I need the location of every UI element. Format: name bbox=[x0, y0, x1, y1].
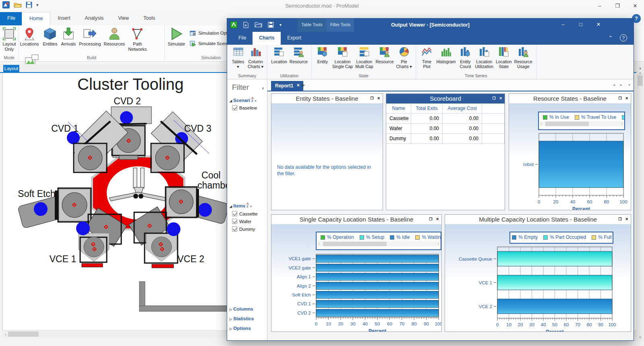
location-utilization-button[interactable]: LocationUtilization bbox=[474, 46, 495, 69]
section-columns[interactable]: ▷ Columns bbox=[230, 307, 253, 311]
restore-button[interactable]: ❐ bbox=[609, 0, 626, 11]
tab-nav-right-icon[interactable]: ► bbox=[619, 83, 623, 87]
locations-button[interactable]: Locations bbox=[19, 25, 40, 47]
entities-button[interactable]: Entities bbox=[41, 25, 58, 47]
section-items[interactable]: ◢ Items AZ ▾ bbox=[230, 202, 252, 208]
location-button[interactable]: Location bbox=[270, 46, 288, 64]
tab-overflow-icon[interactable]: ▾ bbox=[628, 83, 630, 87]
hscroll-left-icon[interactable]: ‹ bbox=[3, 331, 8, 337]
panel-maximize-icon[interactable]: ❐ bbox=[618, 217, 621, 221]
add-report-tab-icon[interactable]: + bbox=[301, 82, 305, 89]
legend-scroll-left-icon[interactable]: ‹ bbox=[318, 241, 319, 246]
ov-help-icon[interactable]: ? bbox=[620, 34, 627, 41]
location-state-button[interactable]: LocationState bbox=[495, 46, 513, 69]
close-button[interactable]: ✕ bbox=[626, 0, 644, 11]
tab-file[interactable]: File bbox=[0, 12, 22, 25]
entity-panel-header[interactable]: Entity States - Baseline ❐✕ bbox=[271, 94, 383, 104]
minimize-button[interactable]: – bbox=[591, 0, 609, 11]
filter-checkbox-cassette[interactable]: Cassette bbox=[232, 211, 257, 216]
bar-robot[interactable] bbox=[539, 141, 623, 188]
bar-soft-etch[interactable] bbox=[316, 291, 439, 298]
panel-maximize-icon[interactable]: ❐ bbox=[492, 96, 495, 100]
panel-maximize-icon[interactable]: ❐ bbox=[370, 96, 373, 100]
arrivals-button[interactable]: Arrivals bbox=[60, 25, 77, 47]
panel-close-icon[interactable]: ✕ bbox=[377, 96, 380, 100]
filter-checkbox-dummy[interactable]: Dummy bbox=[232, 226, 255, 232]
tab-tools[interactable]: Tools bbox=[136, 12, 162, 25]
time-plot-button[interactable]: TimePlot bbox=[418, 46, 435, 69]
vscroll-down-icon[interactable]: ˅ bbox=[636, 334, 644, 340]
resource-panel-header[interactable]: Resource States - Baseline ❐✕ bbox=[509, 94, 631, 104]
path-networks-button[interactable]: Path Networks bbox=[127, 25, 148, 52]
table-row[interactable]: Cassette0.000.00 bbox=[386, 114, 505, 124]
section-expand-icon[interactable]: ◢ bbox=[230, 99, 232, 103]
sort-filter-icon[interactable]: AZ bbox=[247, 202, 249, 208]
bar-vce2-gate[interactable] bbox=[316, 264, 439, 271]
tables-button[interactable]: Tables▾ bbox=[230, 46, 246, 69]
column-charts-button[interactable]: ColumnCharts ▾ bbox=[246, 46, 265, 69]
legend-scroll-thumb[interactable] bbox=[323, 242, 387, 246]
location-single-cap-button[interactable]: LocationSingle Cap bbox=[331, 46, 354, 69]
multi-cap-header[interactable]: Multiple Capacity Location States - Base… bbox=[445, 215, 631, 224]
layout-only-button[interactable]: Layout Only bbox=[0, 25, 19, 52]
ov-tab-export[interactable]: Export bbox=[281, 32, 308, 45]
legend-scroll-right-icon[interactable]: › bbox=[438, 241, 439, 246]
checkbox-baseline[interactable] bbox=[232, 105, 237, 110]
resource-usage-button[interactable]: ResourceUsage bbox=[513, 46, 534, 69]
pie-charts-button[interactable]: PieCharts ▾ bbox=[395, 46, 413, 69]
resource-button[interactable]: Resource bbox=[375, 46, 395, 64]
hscroll-thumb[interactable] bbox=[8, 331, 39, 337]
location-multi-cap-button[interactable]: LocationMulti Cap bbox=[354, 46, 374, 69]
column-header-average-cost[interactable]: Average Cost bbox=[443, 104, 482, 113]
scoreboard-header[interactable]: Scoreboard ❐✕ bbox=[386, 94, 505, 104]
bar-align-1[interactable] bbox=[316, 273, 439, 280]
entity-count-button[interactable]: EntityCount bbox=[457, 46, 474, 69]
sort-dropdown-icon[interactable]: ▾ bbox=[255, 99, 256, 103]
ov-close-button[interactable]: ✕ bbox=[590, 19, 607, 30]
single-cap-header[interactable]: Single Capacity Location States - Baseli… bbox=[271, 215, 441, 224]
resources-button[interactable]: Resources bbox=[104, 25, 125, 47]
vscroll-thumb[interactable] bbox=[638, 75, 643, 86]
legend-scrollbar[interactable]: ‹› bbox=[540, 121, 623, 126]
simulate-button[interactable]: Simulate bbox=[165, 25, 188, 47]
resource-button[interactable]: Resource bbox=[288, 46, 309, 64]
filter-collapse-icon[interactable]: ‹ bbox=[262, 85, 264, 91]
table-row[interactable]: Dummy0.000.00 bbox=[386, 134, 505, 144]
tab-view[interactable]: View bbox=[111, 12, 136, 25]
filter-checkbox-wafer[interactable]: Wafer bbox=[232, 219, 251, 224]
panel-close-icon[interactable]: ✕ bbox=[436, 217, 439, 221]
section-expand-icon[interactable]: ◢ bbox=[230, 205, 232, 208]
bar-cvd-2[interactable] bbox=[316, 309, 439, 317]
column-header-name[interactable]: Name bbox=[386, 104, 411, 113]
panel-close-icon[interactable]: ✕ bbox=[625, 96, 628, 100]
sort-filter-icon[interactable]: AZ bbox=[251, 97, 253, 102]
ov-minimize-button[interactable]: – bbox=[554, 19, 572, 30]
tab-insert[interactable]: Insert bbox=[50, 12, 77, 25]
bar-align-2[interactable] bbox=[316, 282, 439, 290]
panel-maximize-icon[interactable]: ❐ bbox=[429, 217, 432, 221]
section-scenarios[interactable]: ◢ Scenari AZ ▾ bbox=[230, 97, 256, 103]
bar-cvd-1[interactable] bbox=[316, 300, 439, 307]
tab-analysis[interactable]: Analysis bbox=[78, 12, 111, 25]
filter-checkbox-baseline[interactable]: Baseline bbox=[232, 105, 257, 110]
section-statistics[interactable]: ▷ Statistics bbox=[230, 316, 254, 321]
column-header-total-exits[interactable]: Total Exits bbox=[411, 104, 443, 113]
panel-close-icon[interactable]: ✕ bbox=[499, 96, 502, 100]
bar-vce-1[interactable] bbox=[497, 275, 612, 290]
legend-scroll-right-icon[interactable]: › bbox=[621, 121, 623, 126]
checkbox-wafer[interactable] bbox=[232, 219, 237, 224]
section-options[interactable]: ▷ Options bbox=[230, 326, 251, 331]
table-row[interactable]: Wafer0.000.00 bbox=[386, 124, 505, 134]
sort-dropdown-icon[interactable]: ▾ bbox=[250, 205, 252, 208]
tab-nav-left-icon[interactable]: ◄ bbox=[612, 83, 616, 87]
legend-scroll-left-icon[interactable]: ‹ bbox=[540, 121, 542, 126]
legend-scrollbar[interactable]: ‹› bbox=[317, 241, 440, 247]
tab-home[interactable]: Home bbox=[22, 12, 50, 25]
checkbox-cassette[interactable] bbox=[232, 211, 237, 216]
processing-button[interactable]: Processing bbox=[78, 25, 101, 47]
panel-close-icon[interactable]: ✕ bbox=[625, 217, 628, 221]
panel-maximize-icon[interactable]: ❐ bbox=[618, 96, 621, 100]
bar-vce1-gate[interactable] bbox=[316, 255, 439, 262]
ribbon-collapse-icon[interactable]: ⌃ bbox=[609, 35, 613, 41]
ov-maximize-button[interactable]: □ bbox=[572, 19, 590, 30]
